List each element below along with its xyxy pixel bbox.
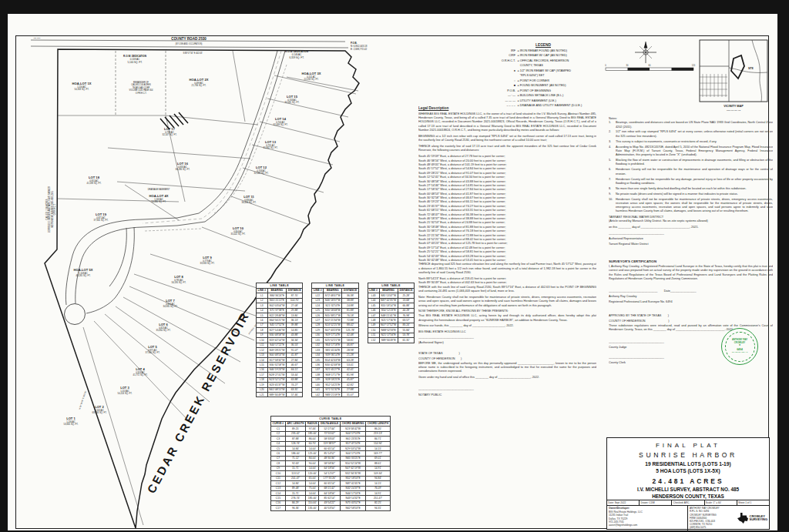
text-block-lbl: __________________________________ [418,336,596,340]
text-block-p: BEFORE ME, the undersigned authority, on… [418,362,596,374]
text-block-lbl: NOTARY PUBLIC [418,393,596,398]
acreage-line: 24.481 ACRES [607,477,769,485]
text-block-p: THENCE departing said 325 foot contour e… [418,263,596,275]
notes-certification-column: Notes:1.Bearings, coordinates and distan… [609,115,773,434]
text-block-hu: Legal Description [418,106,596,110]
title-block-bottom: Owner/Developer:BIG Real Estate Holdings… [607,506,769,531]
note-item: 6.Henderson County will not be responsib… [609,168,773,176]
note-item: 3.This survey is subject to easements, c… [609,140,773,144]
text-block-gap2 [609,305,773,313]
text-block-gap [418,382,596,386]
note-item: 1.Bearings, coordinates and distances ci… [609,121,773,129]
survey-abstract-line: I.V. MICHELLI SURVEY, ABSTRACT NO. 485 [607,487,769,493]
text-block-ol: 1.Bearings, coordinates and distances ci… [609,121,773,214]
surveyor-seal: ANTHONY RAY CROWLEY ★ 6494 STATE OF TEXA… [721,328,758,365]
surveyor-block: ANTHONY RAY CROWLEYR.P.L.S. NO. 6494CROW… [688,506,769,531]
note-item: 10.Henderson County shall not be respons… [609,198,773,214]
note-item: 2.1/2″ iron rebar with cap stamped "RPLS… [609,130,773,139]
note-item: 4.According to Map No. 48213C0570E, date… [609,146,773,158]
text-block-gap2 [609,247,773,256]
text-block-lbl: __________________________________ [418,387,596,392]
legend-title: LEGEND [536,43,631,47]
surveyor-line: (469) 850-5075 [690,526,727,529]
survey-data-table: LINE TABLELINE #BEARINGDISTANCEL43S81°13… [368,283,415,343]
text-block-p: Witness our hands, this ________ day of … [418,324,596,328]
survey-data-table: LINE TABLELINE #BEARINGDISTANCEL1S84°36′… [256,283,303,397]
survey-data-table: CURVE TABLECURVE #ARC LENGTHRADIUSDELTA … [270,416,391,511]
text-block-p: Note: Henderson County shall not be resp… [418,296,596,308]
text-block-gap [418,346,596,350]
logo-text-line2: SURVEYING [750,518,768,521]
text-block-p: That BIG REAL ESTATE HOLDINGS LLC, actin… [418,314,596,323]
text-block-lbl: BIG REAL ESTATE HOLDINGS LLC [418,330,596,335]
text-block-p: Given under my hand and seal of office t… [418,376,596,380]
table-row: L52S89°30′49″E61.31′ [368,338,414,343]
text-block-lbl: APPROVED BY THE STATE OF TEXAS ) [609,314,773,319]
title-block-meta-cell: Checked: ARC [672,500,704,505]
text-block-lbl: STATE OF TEXAS ) [418,352,596,356]
legend: LEGEND IRF= IRON REBAR FOUND (AS NOTED)C… [488,43,631,109]
text-block-lbl: __________________________________ [609,232,773,236]
title-block-meta-cell: Date: Sept 2022 [607,500,640,505]
title-block-meta-cell: Drawn: CDM [640,500,672,505]
text-block-h2: SURVEYOR'S CERTIFICATION [609,259,773,263]
plat-type-label: FINAL PLAT [607,442,769,449]
surveyor-contact-lines: ANTHONY RAY CROWLEYR.P.L.S. NO. 6494CROW… [688,506,729,531]
title-block-meta-row: Date: Sept 2022Drawn: CDMChecked: ARCSca… [607,500,769,506]
owner-developer-block: Owner/Developer:BIG Real Estate Holdings… [607,506,688,531]
text-block-p: THENCE with the south line of said Count… [418,286,596,294]
title-block: FINAL PLAT SUNRISE HARBOR 19 RESIDENTIAL… [606,437,770,530]
line-tables: LINE TABLELINE #BEARINGDISTANCEL1S84°36′… [256,283,415,397]
title-block-meta-cell: Sheet 1 of 1 [737,500,769,505]
seal-inner-ring [725,332,755,362]
text-block-p: BEGINNING at a 1/2 inch iron rebar with … [418,135,596,143]
text-block-p: I, Anthony Ray Crowley, a Registered Pro… [609,265,773,282]
text-block-lbl: Anthony Ray Crowley [609,295,773,299]
text-block-lbl: Authorized Representative [609,237,773,242]
text-block-gap [609,283,773,288]
residential-lots-line: 19 RESIDENTIAL LOTS (LOTS 1-19) [607,461,769,468]
owner-line: aaron@bigreholdings.com [609,524,686,527]
county-state-line: HENDERSON COUNTY, TEXAS [607,494,769,500]
table-row: C1796.36′135.00′40°53′50″N62°58′53″E94.3… [271,506,391,510]
note-item: 8.No more than one single family detache… [609,187,773,191]
title-block-meta-cell: Scale: 1″ = 60′ [705,500,737,505]
note-item: 5.Blocking the flow of storm water or co… [609,159,773,167]
texas-shape-icon [737,513,748,524]
subdivision-name: SUNRISE HARBOR [607,451,769,459]
table-row: L42N83°21′09″E31.07′ [312,393,358,397]
surveying-firm-logo: CROWLEY SURVEYING [729,506,769,531]
text-block-p: on this ________ day of ________________… [609,226,773,229]
title-block-title: FINAL PLAT SUNRISE HARBOR 19 RESIDENTIAL… [607,438,769,500]
legend-items: IRF= IRON REBAR FOUND (AS NOTED)CIRF= IR… [488,49,631,109]
text-block-lbl: ______________________________ Date_____… [609,289,773,294]
survey-data-table: LINE TABLELINE #BEARINGDISTANCEL22S72°48… [311,283,358,397]
text-block-p: (Article served by Monarch Utility Distr… [609,219,773,223]
text-block-p: WHEREAS BIG REAL ESTATE HOLDINGS LLC, is… [418,112,596,133]
legal-description-column: Legal DescriptionWHEREAS BIG REAL ESTATE… [418,106,596,494]
note-item: 7.Henderson County will not be responsib… [609,178,773,186]
note-item: 9.No private roads (drives and streets) … [609,192,773,196]
curve-table: CURVE TABLECURVE #ARC LENGTHRADIUSDELTA … [270,416,391,511]
text-block-p: THENCE along the easterly line of said 1… [418,145,596,153]
hoa-lots-line: 5 HOA LOTS (LOTS 1X-5X) [607,468,769,475]
plat-sheet-screenshot: COUNTY ROAD 2530 (BY USE AND OCCUPATION)… [0,0,789,532]
table-row: L21S89°30′49″W57.46′ [257,393,303,397]
